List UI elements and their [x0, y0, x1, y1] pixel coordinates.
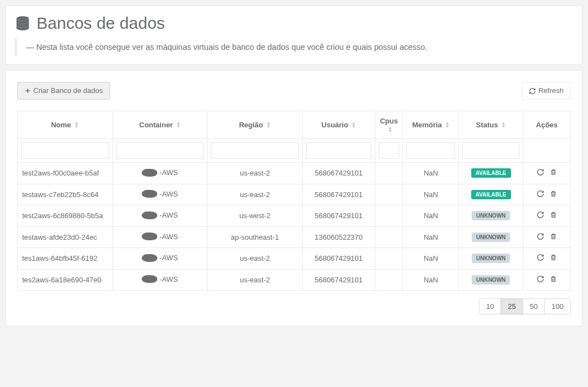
cell-user: 568067429101 — [302, 184, 375, 205]
filter-container-input[interactable] — [116, 142, 204, 159]
create-button-label: Criar Banco de dados — [33, 86, 103, 96]
cell-region: us-east-2 — [208, 163, 303, 184]
row-refresh-button[interactable] — [537, 168, 544, 176]
table-row: testaws-afde23d0-24ec-AWSap-southeast-11… — [18, 226, 571, 248]
refresh-button[interactable]: Refresh — [522, 82, 571, 100]
svg-point-0 — [17, 16, 29, 20]
col-header-user[interactable]: Usuário▲▼ — [302, 111, 375, 139]
provider-logo-icon — [142, 254, 157, 262]
page-size-100[interactable]: 100 — [544, 298, 571, 314]
provider-logo-icon — [142, 169, 157, 177]
databases-table: Nome▲▼ Container▲▼ Região▲▼ Usuário▲▼ Cp… — [17, 111, 571, 291]
cell-region: ap-southeast-1 — [208, 226, 303, 248]
cell-container: -AWS — [112, 248, 208, 270]
status-badge: UNKNOWN — [472, 233, 510, 242]
page-size-50[interactable]: 50 — [523, 298, 545, 314]
cell-status: UNKNOWN — [459, 269, 523, 291]
cell-cpus — [375, 205, 403, 227]
page-title: Bancos de dados — [14, 14, 574, 33]
cell-status: UNKNOWN — [459, 248, 523, 270]
cell-cpus — [375, 248, 403, 270]
filter-region-input[interactable] — [211, 142, 299, 159]
cell-actions — [523, 226, 571, 248]
cell-memory: NaN — [403, 226, 459, 248]
refresh-icon — [529, 87, 536, 95]
main-panel: Criar Banco de dados Refresh Nome▲▼ Cont… — [6, 70, 582, 326]
col-header-name[interactable]: Nome▲▼ — [18, 111, 113, 139]
filter-memory-input[interactable] — [406, 142, 455, 159]
sort-icon: ▲▼ — [176, 122, 180, 128]
cell-container: -AWS — [112, 163, 208, 184]
pagination: 102550100 — [17, 298, 571, 314]
row-refresh-button[interactable] — [537, 254, 544, 261]
cell-name: tes1aws-64bfb45f-6192 — [18, 248, 113, 270]
row-delete-button[interactable] — [550, 254, 557, 261]
col-header-region[interactable]: Região▲▼ — [208, 111, 303, 139]
cell-cpus — [375, 226, 403, 248]
table-row: test2aws-f00c0aee-b5af-AWSus-east-256806… — [18, 163, 571, 184]
page-subtitle: Nesta lista você consegue ver as máquina… — [14, 38, 574, 56]
cell-user: 568067429101 — [302, 248, 375, 270]
cell-container: -AWS — [112, 226, 208, 248]
cell-cpus — [375, 269, 403, 291]
cell-user: 136060522370 — [302, 226, 375, 248]
provider-logo-icon — [142, 275, 157, 283]
cell-status: UNKNOWN — [459, 205, 523, 227]
filter-name-input[interactable] — [21, 142, 109, 159]
cell-actions — [523, 248, 571, 270]
row-delete-button[interactable] — [550, 275, 557, 283]
cell-memory: NaN — [403, 184, 459, 205]
row-refresh-button[interactable] — [537, 190, 544, 198]
row-delete-button[interactable] — [550, 190, 557, 198]
cell-region: us-east-2 — [208, 184, 303, 205]
row-refresh-button[interactable] — [537, 233, 544, 240]
sort-icon: ▲▼ — [266, 122, 271, 128]
cell-name: testaws-afde23d0-24ec — [18, 226, 113, 248]
sort-icon: ▲▼ — [388, 126, 393, 133]
cell-cpus — [375, 163, 403, 184]
table-row: tes2aws-6a18e690-47e0-AWSus-east-2568067… — [18, 269, 571, 291]
cell-cpus — [375, 184, 403, 205]
sort-icon: ▲▼ — [445, 122, 450, 128]
cell-region: us-east-2 — [208, 248, 303, 270]
row-refresh-button[interactable] — [537, 211, 544, 219]
sort-icon: ▲▼ — [74, 122, 79, 128]
cell-status: AVAILABLE — [459, 184, 523, 205]
cell-user: 568067429101 — [302, 269, 375, 291]
cell-actions — [523, 184, 571, 205]
status-badge: UNKNOWN — [472, 211, 510, 220]
status-badge: AVAILABLE — [471, 168, 511, 178]
cell-memory: NaN — [403, 163, 459, 184]
sort-icon: ▲▼ — [502, 122, 506, 128]
row-delete-button[interactable] — [550, 211, 557, 219]
row-delete-button[interactable] — [550, 168, 557, 176]
status-badge: UNKNOWN — [472, 275, 510, 285]
cell-user: 568067429101 — [302, 163, 375, 184]
page-size-25[interactable]: 25 — [501, 298, 523, 314]
row-delete-button[interactable] — [550, 233, 557, 240]
col-header-cpus[interactable]: Cpus▲▼ — [375, 111, 403, 139]
cell-region: us-west-2 — [208, 205, 303, 227]
cell-memory: NaN — [403, 248, 459, 270]
page-size-10[interactable]: 10 — [479, 298, 501, 314]
table-filter-row — [18, 139, 571, 163]
col-header-container[interactable]: Container▲▼ — [112, 111, 208, 139]
status-badge: UNKNOWN — [472, 254, 510, 263]
filter-user-input[interactable] — [306, 142, 372, 159]
col-header-status[interactable]: Status▲▼ — [459, 111, 523, 139]
cell-status: UNKNOWN — [459, 226, 523, 248]
col-header-memory[interactable]: Memória▲▼ — [403, 111, 459, 139]
row-refresh-button[interactable] — [537, 275, 544, 283]
cell-region: us-east-2 — [208, 269, 303, 291]
table-header-row: Nome▲▼ Container▲▼ Região▲▼ Usuário▲▼ Cp… — [18, 111, 571, 139]
provider-logo-icon — [142, 233, 157, 240]
provider-logo-icon — [142, 190, 157, 198]
create-database-button[interactable]: Criar Banco de dados — [17, 82, 110, 100]
table-row: tes1aws-64bfb45f-6192-AWSus-east-2568067… — [18, 248, 571, 270]
table-row: testaws-c7eb22b5-8c64-AWSus-east-2568067… — [18, 184, 571, 205]
filter-cpus-input[interactable] — [379, 142, 399, 159]
refresh-button-label: Refresh — [538, 86, 564, 96]
filter-status-input[interactable] — [462, 142, 519, 159]
page-title-text: Bancos de dados — [37, 14, 165, 33]
cell-user: 568067429101 — [302, 205, 375, 227]
